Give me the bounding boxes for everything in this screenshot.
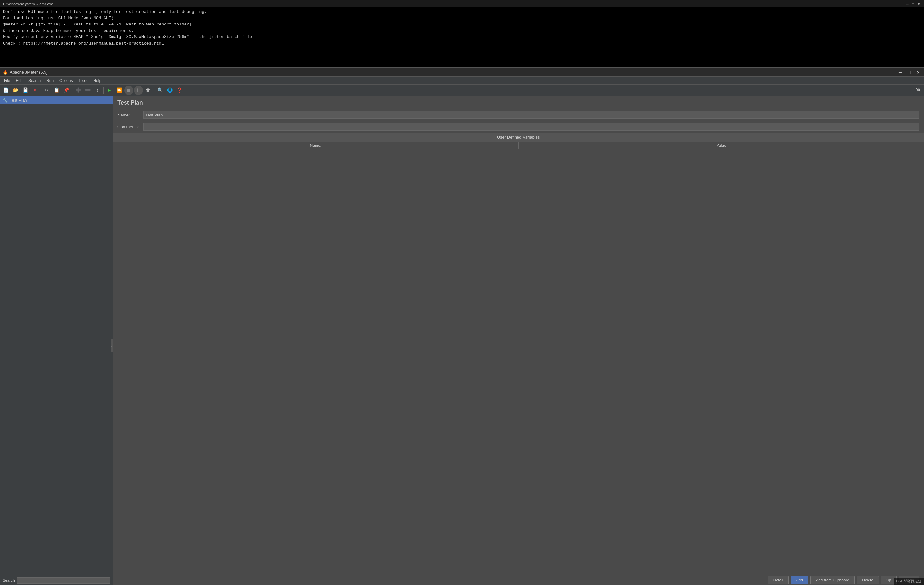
jmeter-maximize-button[interactable]: □ <box>906 70 912 75</box>
toolbar-new-button[interactable]: 📄 <box>1 86 10 95</box>
menu-search[interactable]: Search <box>26 78 43 84</box>
toolbar-start-no-pauses-button[interactable]: ⏩ <box>114 86 124 95</box>
menu-options[interactable]: Options <box>57 78 75 84</box>
name-label: Name: <box>117 112 143 117</box>
jmeter-window: 🔥 Apache JMeter (5.5) ─ □ ✕ File Edit Se… <box>0 68 924 585</box>
toolbar-clear-button[interactable]: 🗑 <box>144 86 153 95</box>
toolbar-sep-2 <box>72 87 72 94</box>
toolbar-search-button[interactable]: 🔍 <box>155 86 165 95</box>
toolbar-remote-start-button[interactable]: 🌐 <box>165 86 174 95</box>
jmeter-titlebar: 🔥 Apache JMeter (5.5) ─ □ ✕ <box>0 68 924 77</box>
tree-item-label: Test Plan <box>10 98 27 102</box>
toolbar-save-button[interactable]: 💾 <box>21 86 30 95</box>
menu-tools[interactable]: Tools <box>76 78 90 84</box>
toolbar-expand-button[interactable]: ➕ <box>74 86 82 95</box>
menu-help[interactable]: Help <box>91 78 104 84</box>
bottom-area: Detail Add Add from Clipboard Delete Up … <box>113 573 924 585</box>
jmeter-window-controls: ─ □ ✕ <box>897 70 921 75</box>
cmd-window: C:\Windows\System32\cmd.exe ─ □ ✕ Don't … <box>0 0 924 68</box>
tree-item-test-plan[interactable]: 🔧 Test Plan <box>0 96 112 104</box>
toolbar-stop-button[interactable]: ⏹ <box>124 86 133 95</box>
cmd-line-1: Don't use GUI mode for load testing !, o… <box>3 9 921 15</box>
udv-table-header: Name: Value <box>113 142 924 149</box>
toolbar-toggle-button[interactable]: ↕ <box>93 86 102 95</box>
toolbar-close-button[interactable]: ✖ <box>30 86 40 95</box>
panel-title: Test Plan <box>113 96 924 109</box>
cmd-line-2: For load testing, use CLI Mode (was NON … <box>3 15 921 21</box>
toolbar-cut-button[interactable]: ✂ <box>42 86 51 95</box>
menu-file[interactable]: File <box>1 78 13 84</box>
toolbar-sep-3 <box>103 87 104 94</box>
cmd-line-3: jmeter -n -t [jmx file] -l [results file… <box>3 21 921 28</box>
toolbar-counter: 00 <box>916 88 923 93</box>
search-label: Search <box>3 578 15 583</box>
add-button[interactable]: Add <box>791 576 808 584</box>
left-panel: 🔧 Test Plan ⋮ <box>0 96 113 585</box>
name-input[interactable] <box>143 111 919 119</box>
cmd-controls: ─ □ ✕ <box>905 2 921 6</box>
right-panel: Test Plan Name: Comments: User Defined V… <box>113 96 924 585</box>
cmd-minimize-button[interactable]: ─ <box>905 2 909 6</box>
detail-button[interactable]: Detail <box>768 576 789 584</box>
toolbar-sep-1 <box>41 87 41 94</box>
delete-button[interactable]: Delete <box>856 576 879 584</box>
panel-resize-handle[interactable]: ⋮ <box>111 339 112 352</box>
add-from-clipboard-button[interactable]: Add from Clipboard <box>810 576 855 584</box>
toolbar-shutdown-button[interactable]: ⏸ <box>134 86 143 95</box>
cmd-line-5: Modify current env variable HEAP="-Xms1g… <box>3 34 921 40</box>
udv-col-name: Name: <box>113 142 519 149</box>
udv-section: User Defined Variables Name: Value <box>113 133 924 573</box>
jmeter-minimize-button[interactable]: ─ <box>897 70 903 75</box>
toolbar-open-button[interactable]: 📂 <box>11 86 20 95</box>
search-panel: Search <box>0 576 113 585</box>
jmeter-close-button[interactable]: ✕ <box>915 70 921 75</box>
menu-edit[interactable]: Edit <box>13 78 25 84</box>
comments-input[interactable] <box>143 123 919 131</box>
toolbar-copy-button[interactable]: 📋 <box>52 86 61 95</box>
jmeter-flame-icon: 🔥 <box>3 70 8 74</box>
udv-table-body <box>113 149 924 573</box>
menu-bar: File Edit Search Run Options Tools Help <box>0 77 924 84</box>
cmd-line-6: Check : https://jmeter.apache.org/userma… <box>3 40 921 47</box>
jmeter-title: Apache JMeter (5.5) <box>10 70 48 74</box>
name-row: Name: <box>113 109 924 121</box>
toolbar-collapse-button[interactable]: ➖ <box>83 86 92 95</box>
cmd-line-7: ========================================… <box>3 46 921 53</box>
watermark: CSDN @我走过 <box>894 578 924 585</box>
test-plan-icon: 🔧 <box>3 98 8 102</box>
cmd-line-4: & increase Java Heap to meet your test r… <box>3 28 921 34</box>
comments-label: Comments: <box>117 124 143 129</box>
menu-run[interactable]: Run <box>44 78 56 84</box>
cmd-close-button[interactable]: ✕ <box>917 2 921 6</box>
cmd-title: C:\Windows\System32\cmd.exe <box>3 2 905 6</box>
udv-col-value: Value <box>519 142 924 149</box>
toolbar-start-button[interactable]: ▶ <box>105 86 114 95</box>
button-row: Detail Add Add from Clipboard Delete Up … <box>117 576 919 584</box>
toolbar-paste-button[interactable]: 📌 <box>62 86 71 95</box>
cmd-maximize-button[interactable]: □ <box>911 2 915 6</box>
cmd-content: Don't use GUI mode for load testing !, o… <box>0 7 924 54</box>
udv-header: User Defined Variables <box>113 133 924 142</box>
search-input[interactable] <box>17 577 111 584</box>
toolbar-help-button[interactable]: ❓ <box>175 86 184 95</box>
cmd-titlebar: C:\Windows\System32\cmd.exe ─ □ ✕ <box>0 0 924 7</box>
toolbar-sep-4 <box>154 87 154 94</box>
main-layout: 🔧 Test Plan ⋮ Test Plan Name: Comments: … <box>0 96 924 585</box>
toolbar: 📄 📂 💾 ✖ ✂ 📋 📌 ➕ ➖ ↕ ▶ ⏩ ⏹ ⏸ 🗑 🔍 🌐 ❓ 00 <box>0 84 924 96</box>
comments-row: Comments: <box>113 121 924 133</box>
watermark-text: CSDN @我走过 <box>896 579 921 584</box>
